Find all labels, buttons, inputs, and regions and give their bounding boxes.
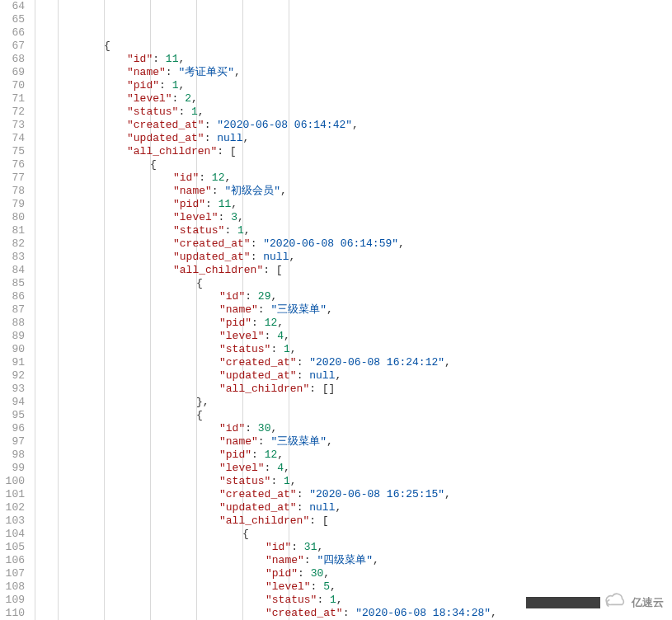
token-k: "status" <box>219 475 270 487</box>
code-line: "created_at": "2020-06-08 06:14:42", <box>35 119 672 132</box>
token-p: , <box>178 79 185 92</box>
line-number: 89 <box>0 330 25 343</box>
line-number: 107 <box>0 567 25 580</box>
token-p: , <box>327 303 333 316</box>
token-s: "2020-06-08 18:34:28" <box>355 607 491 619</box>
token-k: "all_children" <box>219 383 309 395</box>
token-p: : <box>265 330 278 342</box>
token-p: : <box>265 462 278 474</box>
line-number: 84 <box>0 264 25 277</box>
token-p: , <box>323 567 330 580</box>
line-number: 105 <box>0 541 25 554</box>
token-n: 1 <box>191 106 198 118</box>
line-number: 100 <box>0 475 25 488</box>
code-line: { <box>35 158 672 171</box>
code-line: "created_at": "2020-06-08 16:24:12", <box>35 356 672 369</box>
code-line: "all_children": [ <box>35 514 672 528</box>
line-number: 65 <box>0 13 25 26</box>
token-n: 4 <box>277 330 284 342</box>
line-number: 76 <box>0 158 25 171</box>
token-s: "三级菜单" <box>270 303 327 316</box>
token-s: "三级菜单" <box>270 435 327 448</box>
token-p: , <box>491 607 497 619</box>
code-line: "pid": 30, <box>35 567 672 580</box>
token-s: "2020-06-08 06:14:42" <box>217 119 352 131</box>
token-p: : <box>343 607 356 619</box>
code-lines: {"id": 11,"name": "考证单买","pid": 1,"level… <box>35 40 672 620</box>
token-p: : <box>297 356 310 369</box>
token-p: , <box>444 488 451 500</box>
token-k: "updated_at" <box>219 369 297 382</box>
code-line: "all_children": [] <box>35 383 672 396</box>
token-k: "level" <box>127 92 172 105</box>
code-line: "updated_at": null, <box>35 369 672 383</box>
token-k: "status" <box>173 224 224 237</box>
line-number: 85 <box>0 277 25 290</box>
token-p: , <box>398 237 405 250</box>
token-p: : <box>199 171 212 184</box>
token-p: , <box>231 198 237 210</box>
code-line: "pid": 1, <box>35 79 672 92</box>
token-p: { <box>196 277 203 289</box>
code-line: "status": 1, <box>35 343 672 356</box>
code-line: { <box>35 277 672 290</box>
code-area[interactable]: {"id": 11,"name": "考证单买","pid": 1,"level… <box>35 0 672 620</box>
token-p: , <box>224 171 231 184</box>
token-p: , <box>178 53 185 65</box>
line-number: 81 <box>0 224 25 237</box>
token-k: "name" <box>219 435 258 448</box>
line-number: 77 <box>0 171 25 185</box>
code-line: "status": 1, <box>35 224 672 237</box>
token-p: , <box>198 106 204 118</box>
line-number: 75 <box>0 145 25 158</box>
line-number: 64 <box>0 0 25 13</box>
line-number: 99 <box>0 462 25 475</box>
token-k: "name" <box>219 303 258 316</box>
code-line: "created_at": "2020-06-08 16:25:15", <box>35 488 672 501</box>
token-k: "created_at" <box>266 607 343 619</box>
token-p: : <box>178 106 191 118</box>
token-p: , <box>284 330 290 342</box>
token-s: "2020-06-08 06:14:59" <box>263 237 398 250</box>
token-k: "all_children" <box>173 264 263 276</box>
line-number: 98 <box>0 449 25 462</box>
line-number: 72 <box>0 106 25 119</box>
token-k: "created_at" <box>219 488 297 500</box>
token-n: 3 <box>231 211 237 223</box>
line-number: 92 <box>0 369 25 383</box>
token-p: { <box>196 409 203 421</box>
token-p: , <box>336 594 343 606</box>
line-number: 82 <box>0 237 25 251</box>
token-n: 30 <box>258 422 271 434</box>
line-number-gutter: 6465666768697071727374757677787980818283… <box>0 0 35 620</box>
watermark-bar <box>526 597 600 608</box>
token-p: , <box>237 211 244 223</box>
line-number: 69 <box>0 66 25 79</box>
token-p: , <box>317 541 323 553</box>
token-n: 12 <box>212 171 225 184</box>
code-line: "level": 4, <box>35 462 672 475</box>
token-p: { <box>242 528 249 540</box>
line-number: 109 <box>0 594 25 607</box>
code-line: "id": 31, <box>35 541 672 554</box>
line-number: 90 <box>0 343 25 356</box>
token-s: "初级会员" <box>224 185 280 197</box>
code-line: "all_children": [ <box>35 145 672 158</box>
token-k: "id" <box>266 541 291 553</box>
token-p: : <box>311 580 324 593</box>
code-line: }, <box>35 396 672 409</box>
token-p: , <box>335 501 341 514</box>
token-k: "created_at" <box>219 356 297 369</box>
token-k: "created_at" <box>173 237 251 250</box>
token-k: "pid" <box>266 567 298 580</box>
token-n: 11 <box>219 198 232 210</box>
line-number: 66 <box>0 26 25 40</box>
watermark: 亿速云 <box>526 593 664 612</box>
token-p: : <box>270 343 284 355</box>
token-nl: null <box>309 501 335 514</box>
code-line: "level": 4, <box>35 330 672 343</box>
code-line: "name": "初级会员", <box>35 185 672 198</box>
token-p: : <box>297 369 310 382</box>
line-number: 96 <box>0 422 25 435</box>
token-k: "id" <box>219 422 245 434</box>
